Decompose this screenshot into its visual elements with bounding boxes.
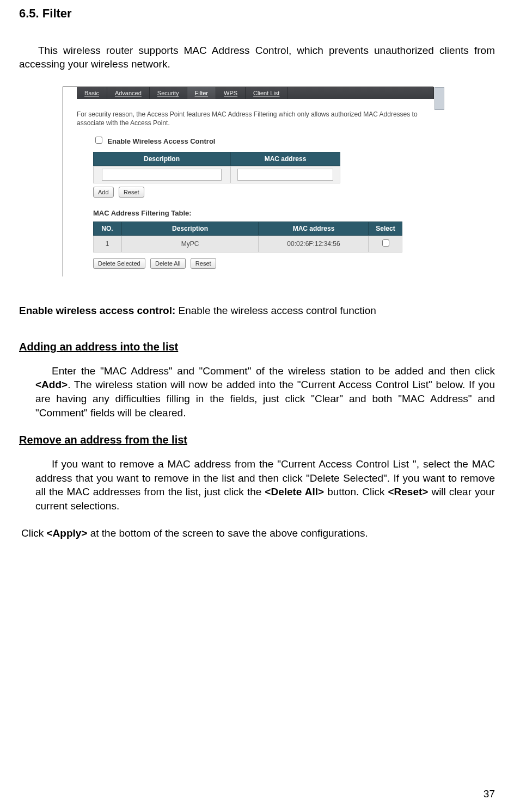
mac-address-input[interactable] (237, 169, 333, 181)
panel-scrollbar[interactable] (435, 87, 444, 110)
table-row: 1 MyPC 00:02:6F:12:34:56 (93, 236, 402, 253)
subheading-remove: Remove an address from the list (19, 433, 495, 447)
enable-access-control-checkbox[interactable] (95, 137, 102, 144)
remove-text-2: button. Click (324, 486, 388, 497)
col-description: Description (121, 222, 259, 236)
section-number: 6.5. (19, 7, 39, 20)
col-select: Select (369, 222, 402, 236)
tab-basic[interactable]: Basic (77, 87, 107, 99)
add-button[interactable]: Add (93, 187, 114, 198)
subheading-add: Adding an address into the list (19, 340, 495, 354)
remove-paragraph: If you want to remove a MAC address from… (35, 457, 495, 513)
apply-text-1: Click (21, 527, 46, 539)
apply-line: Click <Apply> at the bottom of the scree… (21, 526, 495, 540)
apply-bold: <Apply> (46, 527, 87, 539)
add-reset-row: Add Reset (93, 187, 433, 198)
apply-text-2: at the bottom of the screen to save the … (87, 527, 368, 539)
form-header-description: Description (93, 152, 230, 166)
col-mac: MAC address (259, 222, 369, 236)
enable-control-text: Enable the wireless access control funct… (175, 305, 376, 316)
delete-all-button[interactable]: Delete All (150, 258, 185, 269)
router-filter-panel-screenshot: Basic Advanced Security Filter WPS Clien… (63, 87, 433, 276)
enable-access-control-label: Enable Wireless Access Control (107, 137, 215, 145)
reset-button[interactable]: Reset (119, 187, 144, 198)
form-header-mac: MAC address (230, 152, 340, 166)
reset-bold: <Reset> (388, 486, 428, 497)
filtering-table-title: MAC Address Filtering Table: (93, 208, 433, 218)
table-reset-button[interactable]: Reset (191, 258, 216, 269)
col-no: NO. (93, 222, 121, 236)
enable-control-label: Enable wireless access control: (19, 305, 175, 316)
tab-filter[interactable]: Filter (187, 87, 216, 99)
tab-advanced[interactable]: Advanced (107, 87, 150, 99)
add-bold: <Add> (35, 379, 68, 390)
section-heading: 6.5. Filter (19, 5, 495, 22)
description-input[interactable] (102, 169, 222, 181)
section-title: Filter (42, 7, 72, 20)
intro-paragraph: This wireless router supports MAC Addres… (19, 44, 495, 71)
mac-filtering-table: NO. Description MAC address Select 1 MyP… (93, 222, 402, 253)
tab-security[interactable]: Security (150, 87, 187, 99)
tab-wps[interactable]: WPS (216, 87, 246, 99)
tab-bar: Basic Advanced Security Filter WPS Clien… (77, 87, 434, 99)
add-paragraph: Enter the "MAC Address" and "Comment" of… (35, 364, 495, 420)
add-mac-form: Description MAC address (93, 152, 340, 183)
enable-control-description: Enable wireless access control: Enable t… (19, 304, 495, 318)
row-select-checkbox[interactable] (382, 239, 389, 247)
cell-desc: MyPC (121, 236, 259, 253)
tab-clientlist[interactable]: Client List (246, 87, 287, 99)
add-text-1: Enter the "MAC Address" and "Comment" of… (52, 365, 495, 377)
enable-access-control-row: Enable Wireless Access Control (93, 135, 433, 146)
table-button-row: Delete Selected Delete All Reset (93, 258, 433, 269)
panel-description: For security reason, the Access Point fe… (77, 110, 420, 127)
cell-mac: 00:02:6F:12:34:56 (259, 236, 369, 253)
delete-selected-button[interactable]: Delete Selected (93, 258, 145, 269)
delete-all-bold: <Delete All> (265, 486, 324, 497)
cell-no: 1 (93, 236, 121, 253)
add-text-2: . The wireless station will now be added… (35, 379, 495, 418)
